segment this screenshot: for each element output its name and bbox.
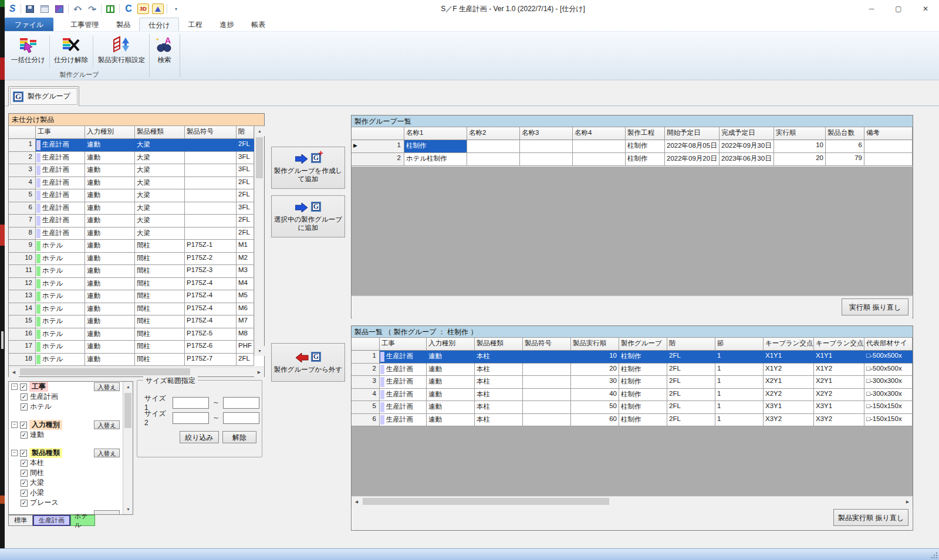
checkbox[interactable]: ✓ [21, 460, 28, 467]
tab-shinchoku[interactable]: 進捗 [211, 18, 242, 31]
grid-cell[interactable]: M5 [237, 290, 254, 303]
column-header[interactable]: 入力種別 [427, 338, 475, 351]
filter-clear-button[interactable]: 解除 [222, 431, 256, 443]
column-header[interactable]: 製品種類 [135, 126, 185, 139]
grid-cell[interactable]: X1Y1 [814, 351, 864, 364]
grid-cell[interactable]: 間柱 [135, 341, 185, 354]
grid-cell[interactable]: □-500x500x [864, 364, 913, 376]
grid-cell[interactable]: 本柱 [475, 351, 523, 364]
products-horizontal-scrollbar[interactable]: ◀ ▶ [352, 496, 913, 506]
grid-cell[interactable]: 連動 [85, 228, 135, 240]
table-row[interactable]: 16ホテル連動間柱P175Z-5M8 [9, 328, 254, 341]
grid-cell[interactable]: 生産計画 [380, 364, 427, 376]
table-row[interactable]: 3生産計画連動大梁3FL [9, 164, 254, 177]
grid-cell[interactable] [523, 414, 571, 427]
table-row[interactable]: 2ホテル柱制作柱制作2022年09月20日2023年06月30日2079 [352, 153, 913, 166]
grid-cell[interactable]: 柱制作 [619, 401, 667, 414]
row-number-cell[interactable]: 2 [9, 152, 36, 165]
grid-cell[interactable]: 連動 [85, 278, 135, 291]
grid-cell[interactable]: X2Y2 [814, 389, 864, 402]
grid-cell[interactable]: ホテル [36, 240, 85, 253]
reorder-product-exec-button[interactable]: 製品実行順 振り直し [833, 509, 908, 526]
grid-cell[interactable]: 1 [715, 376, 764, 389]
grid-cell[interactable]: 生産計画 [380, 376, 427, 389]
undo-icon[interactable]: ↶▾ [72, 3, 83, 15]
table-row[interactable]: 3生産計画連動本柱30柱制作2FL1X2Y1X2Y1□-300x300x [352, 376, 913, 389]
grid-cell[interactable]: 生産計画 [380, 414, 427, 427]
size1-min-input[interactable] [173, 397, 209, 409]
chart-icon[interactable] [152, 4, 164, 14]
row-number-cell[interactable]: 1 [9, 139, 36, 152]
column-header[interactable]: 製作工程 [626, 127, 665, 140]
column-header[interactable]: 工事 [380, 338, 427, 351]
column-header[interactable]: 名称3 [520, 127, 573, 140]
grid-cell[interactable]: 連動 [85, 152, 135, 165]
checkbox[interactable]: ✓ [20, 422, 27, 429]
row-selector-header[interactable] [352, 127, 404, 140]
grid-cell[interactable]: M7 [237, 315, 254, 328]
grid-cell[interactable]: 2FL [667, 376, 715, 389]
column-header[interactable]: キープラン交点2 [814, 338, 864, 351]
column-header[interactable]: 工事 [36, 126, 85, 139]
grid-cell[interactable]: 50 [571, 401, 619, 414]
tab-koji-kanri[interactable]: 工事管理 [62, 18, 107, 31]
table-icon[interactable] [39, 3, 50, 15]
grid-cell[interactable]: 2022年09月20日 [665, 153, 720, 166]
grid-cell[interactable]: 1 [715, 389, 764, 402]
resize-grip[interactable] [931, 552, 938, 559]
grid-cell[interactable]: 大梁 [135, 177, 185, 190]
grid-cell[interactable]: 連動 [427, 389, 475, 402]
table-row[interactable]: 4生産計画連動大梁2FL [9, 177, 254, 190]
grid-cell[interactable]: 生産計画 [36, 228, 85, 240]
column-header[interactable]: 製品台数 [826, 127, 864, 140]
grid-cell[interactable]: ホテル柱制作 [404, 153, 467, 166]
tab-kotei[interactable]: 工程 [179, 18, 211, 31]
column-header[interactable]: 製品実行順 [571, 338, 619, 351]
row-number-cell[interactable]: 6 [352, 414, 380, 427]
grid-cell[interactable]: 間柱 [135, 303, 185, 316]
grid-cell[interactable]: 10 [571, 351, 619, 364]
filter-tab-hotel[interactable]: ホテル [70, 515, 95, 526]
grid-cell[interactable]: P175Z-4 [185, 303, 237, 316]
grid-cell[interactable]: ホテル [36, 354, 85, 366]
row-number-cell[interactable]: 4 [9, 177, 36, 190]
grid-cell[interactable]: X2Y1 [764, 376, 814, 389]
grid-cell[interactable]: 2FL [237, 354, 254, 366]
create-group-and-add-button[interactable]: G + 製作グループを作成して追加 [271, 147, 345, 189]
grid-cell[interactable] [185, 152, 237, 165]
grid-cell[interactable]: 本柱 [475, 401, 523, 414]
grid-cell[interactable]: 連動 [85, 354, 135, 366]
column-header[interactable]: 代表部材サイ [864, 338, 913, 351]
column-header[interactable]: キープラン交点1 [764, 338, 814, 351]
checkbox[interactable]: ✓ [21, 403, 28, 410]
grid-cell[interactable]: X3Y2 [764, 414, 814, 427]
grid-cell[interactable]: X3Y2 [814, 414, 864, 427]
grid-cell[interactable] [185, 177, 237, 190]
checkbox[interactable]: ✓ [21, 500, 28, 507]
grid-cell[interactable]: 2FL [667, 351, 715, 364]
filter-item-row[interactable]: ✓本柱 [9, 458, 133, 468]
grid-cell[interactable] [185, 215, 237, 228]
checkbox[interactable]: ✓ [21, 470, 28, 477]
row-number-cell[interactable]: 3 [9, 164, 36, 177]
grid-cell[interactable]: 3FL [237, 152, 254, 165]
grid-cell[interactable]: 連動 [85, 240, 135, 253]
grid-cell[interactable]: 10 [774, 140, 826, 153]
grid-cell[interactable]: 柱制作 [404, 140, 467, 153]
grid-cell[interactable]: 連動 [85, 177, 135, 190]
grid-cell[interactable]: □-150x150x [864, 401, 913, 414]
grid-cell[interactable]: ホテル [36, 328, 85, 341]
size2-max-input[interactable] [223, 412, 259, 424]
grid-cell[interactable]: 大梁 [135, 189, 185, 202]
grid-cell[interactable]: X3Y1 [764, 401, 814, 414]
column-header[interactable]: 製品種類 [475, 338, 523, 351]
grid-cell[interactable]: PHF [237, 341, 254, 354]
filter-tab-seisan-keikaku[interactable]: 生産計画 [33, 515, 70, 526]
grid-cell[interactable]: ホテル [36, 265, 85, 278]
grid-cell[interactable]: □-300x300x [864, 389, 913, 402]
grid-cell[interactable]: 連動 [427, 414, 475, 427]
filter-item-row[interactable]: ✓大梁 [9, 478, 133, 488]
minimize-button[interactable]: ─ [858, 0, 885, 18]
grid-cell[interactable]: 柱制作 [619, 351, 667, 364]
close-button[interactable]: ✕ [912, 0, 939, 18]
